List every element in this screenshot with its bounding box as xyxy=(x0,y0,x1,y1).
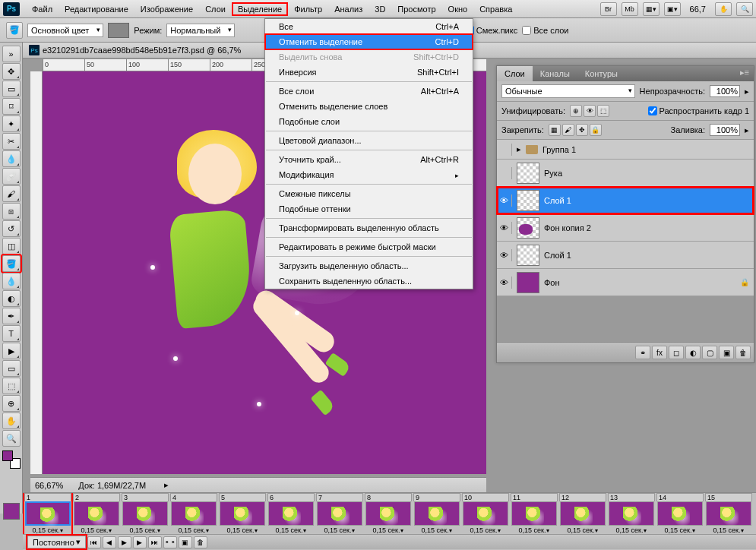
frame-thumbnail[interactable] xyxy=(268,501,314,526)
layer-row[interactable]: 👁Слой 1 xyxy=(497,242,754,269)
frame-thumbnail[interactable] xyxy=(414,501,460,526)
frame-delay[interactable]: 0,15 сек. xyxy=(276,526,307,534)
layer-row[interactable]: 👁Фон🔒 xyxy=(497,269,754,296)
layer-row[interactable]: Рука xyxy=(497,160,754,187)
fill-source-select[interactable]: Основной цвет xyxy=(27,24,103,37)
type-tool[interactable]: T xyxy=(2,325,21,342)
animation-frame[interactable]: 70,15 сек. xyxy=(316,493,363,534)
menu-выделение[interactable]: Выделение xyxy=(232,2,288,16)
tab-channels[interactable]: Каналы xyxy=(533,66,577,81)
menu-item[interactable]: Подобные оттенки xyxy=(265,201,473,217)
healing-tool[interactable]: 🩹 xyxy=(2,168,21,185)
tab-layers[interactable]: Слои xyxy=(497,66,533,81)
menu-item[interactable]: Уточнить край...Alt+Ctrl+R xyxy=(265,152,473,167)
frame-thumbnail[interactable] xyxy=(560,501,606,526)
animation-frame[interactable]: 140,15 сек. xyxy=(656,493,704,534)
link-layers-icon[interactable]: ⚭ xyxy=(635,346,650,359)
layer-name[interactable]: Слой 1 xyxy=(544,251,751,260)
brush-tool[interactable]: 🖌 xyxy=(2,185,21,202)
visibility-toggle[interactable] xyxy=(500,144,512,156)
menubar-btn-mb[interactable]: Mb xyxy=(622,2,638,16)
tool-preset-picker[interactable]: 🪣 xyxy=(6,22,23,39)
propagate-checkbox[interactable]: Распространить кадр 1 xyxy=(648,106,749,115)
visibility-toggle[interactable] xyxy=(500,167,512,179)
animation-frame[interactable]: 80,15 сек. xyxy=(365,493,412,534)
frame-thumbnail[interactable] xyxy=(317,501,362,526)
menu-item[interactable]: Трансформировать выделенную область xyxy=(265,220,473,235)
layer-row[interactable]: 👁Фон копия 2 xyxy=(497,214,754,242)
last-frame-button[interactable]: ⏭ xyxy=(148,536,162,548)
stamp-tool[interactable]: ⧇ xyxy=(2,203,21,220)
opacity-arrow-icon[interactable]: ▸ xyxy=(745,87,749,96)
crop-tool[interactable]: ✂ xyxy=(2,133,21,150)
animation-frame[interactable]: 130,15 сек. xyxy=(608,493,655,534)
frame-thumbnail[interactable] xyxy=(74,501,119,526)
menu-слои[interactable]: Слои xyxy=(199,2,232,16)
history-brush-tool[interactable]: ↺ xyxy=(2,220,21,237)
frame-delay[interactable]: 0,15 сек. xyxy=(470,526,501,534)
layer-thumbnail[interactable] xyxy=(517,272,539,293)
menubar-btn-screen[interactable]: ▣▾ xyxy=(664,2,681,16)
layer-row[interactable]: 👁Слой 1 xyxy=(497,187,754,214)
visibility-toggle[interactable]: 👁 xyxy=(500,249,512,261)
menu-item[interactable]: Отменить выделениеCtrl+D xyxy=(265,34,473,49)
menubar-btn-br[interactable]: Br xyxy=(600,2,617,16)
lasso-tool[interactable]: ⌑ xyxy=(2,98,21,115)
visibility-toggle[interactable]: 👁 xyxy=(500,222,512,234)
play-button[interactable]: ▶ xyxy=(118,536,131,548)
lock-position-icon[interactable]: ✥ xyxy=(576,124,588,136)
status-zoom[interactable]: 66,67% xyxy=(35,481,63,490)
frame-thumbnail[interactable] xyxy=(657,501,703,526)
layer-thumbnail[interactable] xyxy=(517,163,539,184)
visibility-toggle[interactable]: 👁 xyxy=(500,194,512,207)
animation-frame[interactable]: 40,15 сек. xyxy=(170,493,217,534)
frame-thumbnail[interactable] xyxy=(122,501,168,526)
3d-tool[interactable]: ⬚ xyxy=(2,378,21,394)
path-select-tool[interactable]: ▶ xyxy=(2,343,21,359)
unify-style-icon[interactable]: ⬚ xyxy=(597,105,609,117)
panel-menu-icon[interactable]: ▸≡ xyxy=(735,66,754,81)
menu-файл[interactable]: Файл xyxy=(26,2,59,16)
menu-справка[interactable]: Справка xyxy=(473,2,518,16)
zoom-tool[interactable]: 🔍 xyxy=(2,430,21,447)
unify-visibility-icon[interactable]: 👁 xyxy=(584,105,596,117)
pattern-swatch[interactable] xyxy=(108,23,129,38)
layer-name[interactable]: Рука xyxy=(544,169,751,178)
menu-item[interactable]: ИнверсияShift+Ctrl+I xyxy=(265,65,473,80)
animation-frame[interactable]: 10,15 сек. xyxy=(24,493,71,534)
prev-frame-button[interactable]: ◀ xyxy=(103,536,116,548)
animation-frame[interactable]: 100,15 сек. xyxy=(462,493,509,534)
dodge-tool[interactable]: ◐ xyxy=(2,290,21,307)
animation-frame[interactable]: 30,15 сек. xyxy=(122,493,169,534)
frame-thumbnail[interactable] xyxy=(609,501,654,526)
menu-item[interactable]: Модификация xyxy=(265,167,473,182)
blend-mode-select[interactable]: Нормальный xyxy=(166,24,235,37)
menu-item[interactable]: Цветовой диапазон... xyxy=(265,133,473,148)
tab-paths[interactable]: Контуры xyxy=(577,66,625,81)
lock-transparency-icon[interactable]: ▦ xyxy=(549,124,561,136)
menu-item[interactable]: Подобные слои xyxy=(265,114,473,129)
paint-bucket-tool[interactable]: 🪣 xyxy=(2,255,21,272)
frame-delay[interactable]: 0,15 сек. xyxy=(179,526,210,534)
fill-input[interactable]: 100% xyxy=(710,124,740,136)
frame-thumbnail[interactable] xyxy=(220,501,265,526)
frame-delay[interactable]: 0,15 сек. xyxy=(81,526,112,534)
layer-name[interactable]: Фон копия 2 xyxy=(544,223,751,232)
tween-button[interactable]: ⚬⚬ xyxy=(163,536,177,548)
animation-frame[interactable]: 120,15 сек. xyxy=(559,493,606,534)
animation-frame[interactable]: 60,15 сек. xyxy=(267,493,315,534)
shape-tool[interactable]: ▭ xyxy=(2,360,21,377)
marquee-tool[interactable]: ▭ xyxy=(2,81,21,97)
frame-thumbnail[interactable] xyxy=(365,501,411,526)
menu-анализ[interactable]: Анализ xyxy=(328,2,369,16)
menu-изображение[interactable]: Изображение xyxy=(134,2,199,16)
lock-all-icon[interactable]: 🔒 xyxy=(590,124,602,136)
next-frame-button[interactable]: ▶ xyxy=(133,536,147,548)
foreground-color[interactable] xyxy=(2,450,13,461)
group-name[interactable]: Группа 1 xyxy=(542,145,576,154)
layer-mask-icon[interactable]: ◻ xyxy=(669,346,684,359)
menu-item[interactable]: Все слоиAlt+Ctrl+A xyxy=(265,84,473,99)
animation-frame[interactable]: 20,15 сек. xyxy=(73,493,120,534)
layer-thumbnail[interactable] xyxy=(517,190,539,211)
opacity-input[interactable]: 100% xyxy=(710,85,740,97)
